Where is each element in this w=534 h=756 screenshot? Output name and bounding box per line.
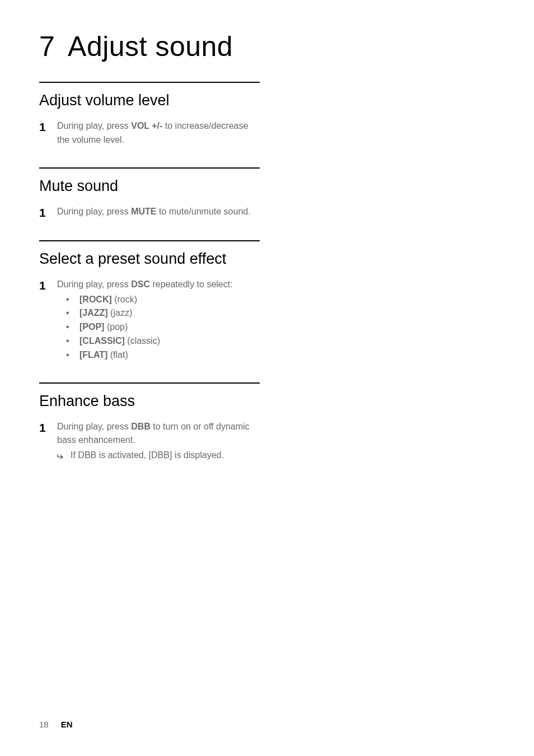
option-desc: (rock) bbox=[112, 295, 137, 304]
option-desc: (pop) bbox=[104, 322, 128, 332]
step-preset-1: 1 During play, press DSC repeatedly to s… bbox=[39, 278, 260, 362]
step-bass-1: 1 During play, press DBB to turn on or o… bbox=[39, 420, 260, 465]
step-number: 1 bbox=[39, 278, 57, 293]
option-bold: [FLAT] bbox=[79, 350, 107, 360]
section-title-volume: Adjust volume level bbox=[39, 92, 260, 109]
step-number: 1 bbox=[39, 119, 57, 134]
option-bold: [POP] bbox=[79, 322, 104, 332]
option-desc: (classic) bbox=[125, 336, 160, 346]
option-desc: (jazz) bbox=[108, 308, 133, 318]
result-row: If DBB is activated, [DBB] is displayed. bbox=[57, 449, 260, 465]
option-list: [ROCK] (rock) [JAZZ] (jazz) [POP] (pop) … bbox=[57, 293, 260, 362]
bold-text: MUTE bbox=[131, 207, 156, 216]
content-column: Adjust volume level 1 During play, press… bbox=[39, 82, 260, 465]
bold-text: DSC bbox=[131, 279, 150, 289]
step-body: During play, press VOL +/- to increase/d… bbox=[57, 119, 260, 147]
text: During play, press bbox=[57, 422, 131, 431]
page-number: 18 bbox=[39, 720, 49, 729]
step-body: During play, press DBB to turn on or off… bbox=[57, 420, 260, 465]
step-body: During play, press DSC repeatedly to sel… bbox=[57, 278, 260, 362]
text: During play, press bbox=[57, 121, 131, 130]
option-bold: [JAZZ] bbox=[79, 308, 108, 318]
section-mute-sound: Mute sound 1 During play, press MUTE to … bbox=[39, 167, 260, 220]
section-title-preset: Select a preset sound effect bbox=[39, 250, 260, 268]
section-title-mute: Mute sound bbox=[39, 178, 260, 195]
result-arrow-icon bbox=[57, 449, 71, 465]
section-enhance-bass: Enhance bass 1 During play, press DBB to… bbox=[39, 382, 260, 465]
section-adjust-volume: Adjust volume level 1 During play, press… bbox=[39, 82, 260, 147]
step-mute-1: 1 During play, press MUTE to mute/unmute… bbox=[39, 205, 260, 220]
step-number: 1 bbox=[39, 420, 57, 435]
section-title-bass: Enhance bass bbox=[39, 393, 260, 410]
step-number: 1 bbox=[39, 205, 57, 220]
bold-text: VOL +/- bbox=[131, 121, 162, 130]
list-item: [JAZZ] (jazz) bbox=[57, 306, 260, 320]
text: During play, press bbox=[57, 207, 131, 216]
language-code: EN bbox=[61, 720, 73, 729]
step-volume-1: 1 During play, press VOL +/- to increase… bbox=[39, 119, 260, 147]
text: During play, press bbox=[57, 279, 131, 289]
text: to mute/unmute sound. bbox=[157, 207, 251, 216]
result-text: If DBB is activated, [DBB] is displayed. bbox=[71, 449, 224, 463]
section-preset-sound: Select a preset sound effect 1 During pl… bbox=[39, 240, 260, 362]
page: 7 Adjust sound Adjust volume level 1 Dur… bbox=[0, 0, 534, 756]
footer: 18 EN bbox=[39, 720, 73, 729]
page-title: 7 Adjust sound bbox=[39, 30, 495, 63]
bold-text: DBB bbox=[131, 422, 151, 431]
list-item: [FLAT] (flat) bbox=[57, 348, 260, 362]
list-item: [ROCK] (rock) bbox=[57, 293, 260, 307]
list-item: [CLASSIC] (classic) bbox=[57, 334, 260, 348]
list-item: [POP] (pop) bbox=[57, 320, 260, 334]
option-bold: [CLASSIC] bbox=[79, 336, 125, 346]
text: repeatedly to select: bbox=[150, 279, 233, 289]
option-desc: (flat) bbox=[107, 350, 128, 360]
option-bold: [ROCK] bbox=[79, 295, 112, 304]
step-body: During play, press MUTE to mute/unmute s… bbox=[57, 205, 260, 219]
